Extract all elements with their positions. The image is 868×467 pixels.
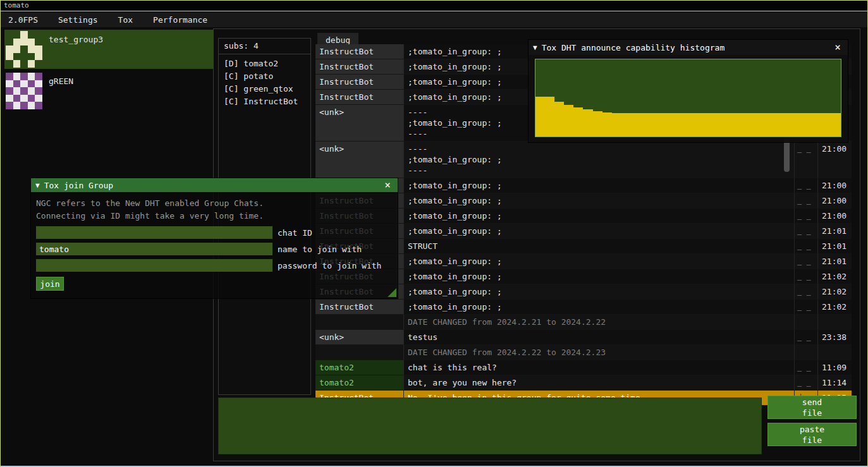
subs-list-item[interactable]: [C] green_qtox [224,83,305,95]
histogram-bar [688,113,698,136]
avatar-cell [35,45,42,53]
avatar-cell [28,95,35,102]
join-field-row: chat ID [36,226,393,239]
collapse-arrow-icon[interactable]: ▼ [35,181,40,190]
histogram-window-titlebar[interactable]: ▼ Tox DHT announce capability histogram … [529,40,848,55]
collapse-arrow-icon[interactable]: ▼ [533,44,537,52]
join-field-label: name to join with [278,245,362,254]
sender-name-cell: tomato2 [315,375,404,390]
sender-name-cell: InstructBot [315,75,404,89]
date-divider-row[interactable]: DATE CHANGED from 2024.2.22 to 2024.2.23 [315,345,852,360]
join-field-row: tomatoname to join with [36,243,393,255]
message-cell: bot, are you new here? [404,375,795,390]
avatar-cell [13,102,21,109]
histogram-bar [650,113,659,136]
message-flags-cell: _ _ [795,300,818,314]
sender-name-cell: InstructBot [315,90,404,104]
join-field-row: password to join with [36,259,393,272]
message-time-cell: 21:01 [818,254,852,269]
histogram-bar [583,109,592,136]
menu-item-settings[interactable]: Settings [51,12,106,27]
message-flags-cell: _ _ [795,375,818,390]
avatar-cell [13,80,21,88]
group-list-item[interactable]: gREEN [4,71,213,111]
message-flags-cell: _ _ [795,269,818,284]
message-time-cell: 21:00 [818,178,852,193]
send-file-button[interactable]: sendfile [767,396,857,419]
message-cell: STRUCT [404,239,795,253]
join-button[interactable]: join [36,277,64,291]
message-time-cell: 23:38 [818,330,852,344]
histogram-window-title: Tox DHT announce capability histogram [542,43,725,52]
send-file-button-label: send [802,397,822,408]
join-window-titlebar[interactable]: ▼ Tox join Group × [31,178,398,192]
close-icon[interactable]: × [832,42,843,52]
password-to-join-with-input[interactable] [36,259,272,272]
histogram-bar [678,113,688,136]
window-title: tomato [4,1,29,9]
avatar-cell [28,39,35,46]
avatar-cell [13,73,21,80]
menu-item-performance[interactable]: Performance [145,12,215,27]
chat-message-row[interactable]: InstructBot;tomato_in_group: ;_ _21:02 [315,300,852,315]
close-icon[interactable]: × [382,180,393,190]
histogram-bar [736,113,745,136]
histogram-bar [554,102,564,136]
avatar-cell [20,87,28,95]
subs-list-item[interactable]: [C] InstructBot [224,95,305,108]
histogram-bar [593,111,602,136]
avatar-cell [20,73,28,80]
avatar-cell [6,53,13,61]
join-group-window: ▼ Tox join Group × NGC refers to the New… [31,178,398,298]
message-flags-cell: _ _ [795,284,818,299]
group-avatar [6,31,42,68]
avatar-cell [20,53,28,61]
sender-name-cell: InstructBot [315,44,404,59]
chat-id-input[interactable] [36,226,272,239]
histogram-bar [621,113,631,136]
subs-list-item[interactable]: [D] tomato2 [224,58,305,70]
histogram-bar [755,113,764,136]
resize-grip[interactable] [388,288,396,297]
message-time-cell [818,345,852,360]
histogram-bar [783,113,793,136]
avatar-cell [20,80,28,88]
join-fields: chat IDtomatoname to join withpassword t… [36,226,393,272]
chat-message-row[interactable]: <unk>----;tomato_in_group: ;----_ _21:00 [315,142,852,178]
histogram-bar [793,113,803,136]
message-flags-cell: _ _ [795,224,818,238]
avatar-cell [35,31,42,39]
tab-debug-label: debug [326,35,350,45]
menu-item-2-0fps[interactable]: 2.0FPS [1,12,46,27]
avatar-cell [35,87,42,95]
message-flags-cell: _ _ [795,330,818,344]
chat-message-row[interactable]: tomato2chat is this real?_ _11:09 [315,360,852,375]
avatar-cell [35,80,42,88]
message-time-cell: 21:00 [818,209,852,223]
avatar-cell [20,45,28,53]
message-input[interactable] [218,397,762,454]
subs-list-item[interactable]: [C] potato [224,70,305,83]
name-to-join-with-input[interactable]: tomato [36,243,272,255]
message-time-cell: 11:09 [818,360,852,375]
date-divider-row[interactable]: DATE CHANGED from 2024.2.21 to 2024.2.22 [315,315,852,330]
app-window: tomato 2.0FPSSettingsToxPerformance test… [0,0,868,467]
group-list-item[interactable]: test_group3 [4,30,213,69]
send-file-button-label: file [802,408,822,418]
group-name: test_group3 [49,35,103,44]
histogram-bar [698,113,707,136]
chat-message-row[interactable]: tomato2bot, are you new here?_ _11:14 [315,375,852,391]
chat-message-row[interactable]: <unk>testus_ _23:38 [315,330,852,345]
histogram-bar [545,97,554,136]
join-description-line: Connecting via ID might take a very long… [36,210,393,222]
sender-name-cell: <unk> [315,105,404,141]
avatar-cell [6,95,13,102]
avatar-cell [35,95,42,102]
paste-file-button[interactable]: pastefile [767,423,857,446]
menu-item-tox[interactable]: Tox [111,12,140,27]
message-time-cell: 21:00 [818,142,852,178]
window-titlebar[interactable]: tomato [1,1,867,11]
group-avatar [6,73,42,109]
sender-name-cell [315,315,404,329]
histogram-bar [764,113,774,136]
